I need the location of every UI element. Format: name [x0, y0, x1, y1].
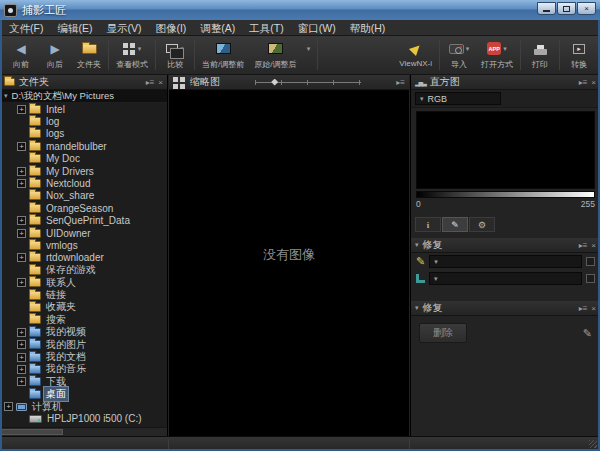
minimize-button[interactable]: [537, 2, 556, 15]
tree-item[interactable]: +我的音乐: [0, 363, 167, 375]
expand-icon[interactable]: +: [4, 402, 13, 411]
tree-item[interactable]: HPLJP1000 i500 (C:): [0, 413, 167, 425]
panel-menu-icon[interactable]: ▸≡: [579, 304, 588, 313]
menu-item[interactable]: 文件(F): [2, 20, 50, 35]
expand-icon[interactable]: +: [17, 179, 26, 188]
tree-item[interactable]: +Nextcloud: [0, 177, 167, 189]
brush-checkbox[interactable]: [586, 257, 595, 266]
stamp-preset-select[interactable]: ▾: [429, 272, 582, 285]
forward-button[interactable]: ▶ 向后: [38, 36, 72, 74]
panel-menu-icon[interactable]: ▸≡: [396, 78, 405, 87]
panel-close-icon[interactable]: ×: [591, 241, 596, 250]
tree-item[interactable]: +My Drivers: [0, 165, 167, 177]
tree-item[interactable]: +mandelbulber: [0, 140, 167, 152]
print-label: 打印: [532, 59, 548, 70]
current-before-button[interactable]: 当前/调整前: [197, 36, 249, 74]
tree-item[interactable]: log: [0, 115, 167, 127]
panel-close-icon[interactable]: ×: [591, 78, 596, 87]
expand-icon[interactable]: +: [17, 229, 26, 238]
minimize-icon: [543, 10, 550, 12]
expand-icon[interactable]: +: [17, 328, 26, 337]
expand-icon[interactable]: +: [17, 216, 26, 225]
expand-spacer: [17, 303, 26, 312]
tree-item[interactable]: 桌面: [0, 388, 167, 400]
menu-item[interactable]: 显示(V): [99, 20, 148, 35]
maximize-button[interactable]: [557, 2, 576, 15]
tree-item[interactable]: vmlogs: [0, 239, 167, 251]
scrollbar-thumb[interactable]: [1, 429, 63, 435]
menu-item[interactable]: 调整(A): [193, 20, 242, 35]
panel-close-icon[interactable]: ×: [158, 78, 163, 87]
delete-button[interactable]: 删除: [419, 323, 467, 343]
expand-icon[interactable]: +: [17, 142, 26, 151]
tree-item[interactable]: 保存的游戏: [0, 264, 167, 276]
tree-item[interactable]: My Doc: [0, 153, 167, 165]
tree-root[interactable]: ▾ D:\我的文档\My Pictures: [0, 90, 167, 103]
print-button[interactable]: 打印: [523, 36, 557, 74]
tree-item[interactable]: +联系人: [0, 276, 167, 288]
stamp-checkbox[interactable]: [586, 274, 595, 283]
expand-icon[interactable]: +: [17, 377, 26, 386]
view-mode-button[interactable]: ▾ 查看模式: [111, 36, 153, 74]
menu-item[interactable]: 帮助(H): [343, 20, 393, 35]
expand-icon[interactable]: +: [17, 105, 26, 114]
tree-item[interactable]: OrangeSeason: [0, 202, 167, 214]
open-with-button[interactable]: APP▾ 打开方式: [476, 36, 518, 74]
resize-grip[interactable]: [589, 440, 597, 448]
tree-item[interactable]: Nox_share: [0, 190, 167, 202]
brush-preset-select[interactable]: ▾: [429, 255, 582, 268]
menu-item[interactable]: 编辑(E): [50, 20, 99, 35]
brush-icon[interactable]: ✎: [583, 327, 592, 340]
tab-tools[interactable]: ⚙: [469, 217, 495, 232]
thumbnail-size-slider[interactable]: [255, 78, 361, 87]
tree-item[interactable]: logs: [0, 128, 167, 140]
tree-item[interactable]: +计算机: [0, 400, 167, 412]
panel-close-icon[interactable]: ×: [591, 304, 596, 313]
image-viewer: 没有图像: [169, 91, 409, 436]
expand-icon[interactable]: +: [17, 340, 26, 349]
special-icon: [29, 377, 41, 386]
tree-item[interactable]: 链接: [0, 289, 167, 301]
expand-icon[interactable]: +: [17, 167, 26, 176]
viewnx-button[interactable]: ViewNX-i: [394, 36, 437, 74]
tree-item-label: vmlogs: [44, 240, 80, 251]
more-options-button[interactable]: ▾: [301, 36, 315, 74]
tree-item[interactable]: 搜索: [0, 314, 167, 326]
compare-button[interactable]: ▾ 比较: [158, 36, 192, 74]
expand-spacer: [17, 129, 26, 138]
horizontal-scrollbar[interactable]: [0, 427, 167, 436]
status-bar: [0, 436, 600, 451]
brush-tool-icon[interactable]: ✎: [416, 256, 425, 267]
tree-item[interactable]: +Intel: [0, 103, 167, 115]
original-after-button[interactable]: 原始/调整后: [249, 36, 301, 74]
tree-item[interactable]: +UIDowner: [0, 227, 167, 239]
tab-edit[interactable]: ✎: [442, 217, 468, 232]
folders-button[interactable]: 文件夹: [72, 36, 106, 74]
menu-item[interactable]: 工具(T): [242, 20, 290, 35]
tab-metadata[interactable]: i: [415, 217, 441, 232]
expand-icon[interactable]: +: [17, 365, 26, 374]
tree-item[interactable]: +rtdownloader: [0, 252, 167, 264]
panel-menu-icon[interactable]: ▸≡: [579, 241, 588, 250]
tree-item[interactable]: +我的视频: [0, 326, 167, 338]
stamp-tool-icon[interactable]: [416, 274, 425, 283]
panel-menu-icon[interactable]: ▸≡: [579, 78, 588, 87]
menu-item[interactable]: 图像(I): [148, 20, 193, 35]
tree-item[interactable]: +我的图片: [0, 338, 167, 350]
expand-icon[interactable]: +: [17, 353, 26, 362]
panel-menu-icon[interactable]: ▸≡: [146, 78, 155, 87]
slider-thumb[interactable]: [271, 79, 278, 86]
expand-icon[interactable]: +: [17, 278, 26, 287]
tree-item[interactable]: +下载: [0, 376, 167, 388]
tree-item[interactable]: +我的文档: [0, 351, 167, 363]
tree-item[interactable]: 收藏夹: [0, 301, 167, 313]
back-button[interactable]: ◀ 向前: [4, 36, 38, 74]
import-button[interactable]: ▾ 导入: [442, 36, 476, 74]
expand-icon[interactable]: +: [17, 253, 26, 262]
convert-button[interactable]: ▸ 转换: [562, 36, 596, 74]
scale-min: 0: [416, 199, 421, 209]
channel-select[interactable]: ▾ RGB: [415, 92, 501, 105]
tree-item[interactable]: +SenQuePrint_Data: [0, 215, 167, 227]
menu-item[interactable]: 窗口(W): [291, 20, 343, 35]
close-button[interactable]: ×: [577, 2, 596, 15]
